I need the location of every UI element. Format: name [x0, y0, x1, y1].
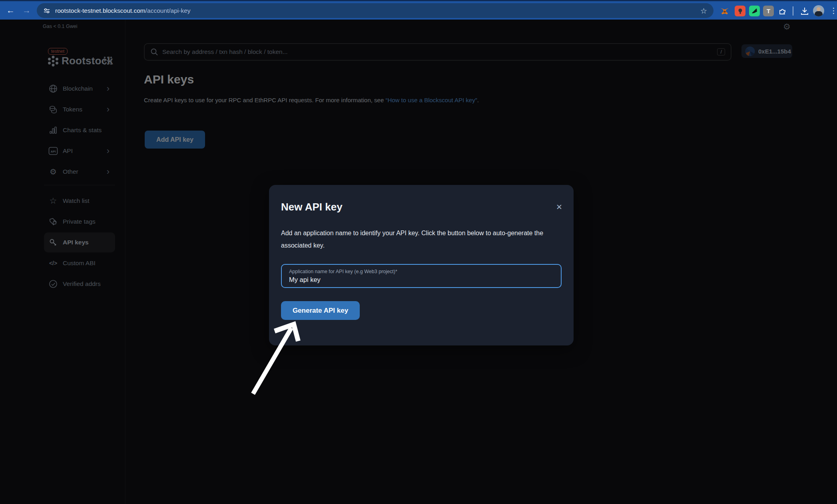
url-path: /account/api-key [145, 7, 191, 14]
close-icon[interactable]: ✕ [556, 202, 562, 212]
address-bar[interactable]: rootstock-testnet.blockscout.com/account… [37, 3, 713, 18]
url-domain: rootstock-testnet.blockscout.com [55, 7, 145, 14]
application-name-input[interactable] [289, 276, 549, 284]
application-name-label: Application name for API key (e.g Web3 p… [289, 269, 397, 274]
toolbar-separator [793, 6, 793, 16]
metamask-extension-icon[interactable] [719, 6, 730, 16]
url-text: rootstock-testnet.blockscout.com/account… [55, 7, 191, 14]
browser-menu-icon[interactable]: ⋮ [830, 6, 837, 15]
application-name-field[interactable]: Application name for API key (e.g Web3 p… [281, 264, 562, 288]
modal-body-text: Add an application name to identify your… [281, 227, 561, 252]
tampermonkey-extension-icon[interactable]: T [763, 6, 774, 16]
adblock-extension-icon[interactable] [735, 6, 745, 16]
site-settings-icon[interactable] [43, 7, 50, 14]
browser-toolbar: ← → ⟳ rootstock-testnet.blockscout.com/a… [0, 0, 837, 20]
bookmark-star-icon[interactable]: ☆ [700, 6, 707, 15]
tampermonkey-letter: T [767, 8, 770, 14]
browser-forward-icon[interactable]: → [22, 6, 31, 15]
extensions-puzzle-icon[interactable] [777, 6, 788, 16]
generate-api-key-button[interactable]: Generate API key [281, 301, 360, 320]
new-api-key-modal: New API key ✕ Add an application name to… [269, 185, 574, 345]
downloads-icon[interactable] [799, 6, 810, 16]
modal-title: New API key [281, 201, 343, 213]
green-extension-icon[interactable] [749, 6, 760, 16]
browser-profile-avatar[interactable] [813, 5, 824, 16]
browser-back-icon[interactable]: ← [6, 6, 15, 15]
